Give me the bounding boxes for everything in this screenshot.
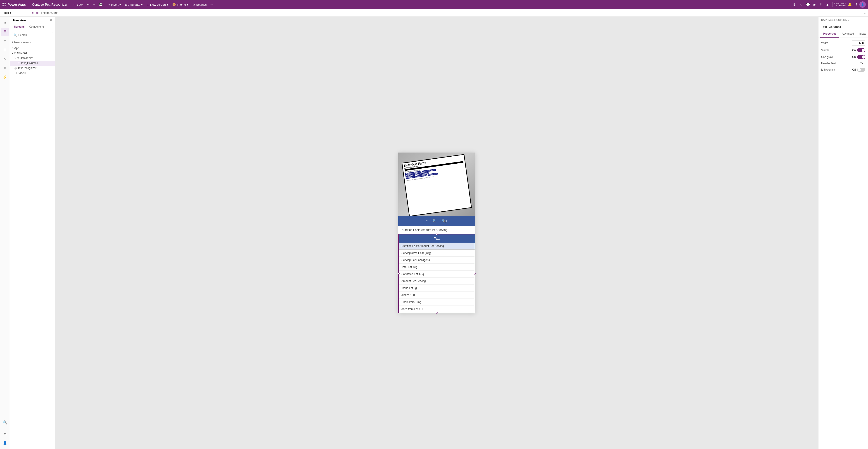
label1-icon: ☐ xyxy=(14,71,17,75)
tab-screens[interactable]: Screens xyxy=(12,24,27,30)
tree-item-datatable1[interactable]: ▾ ⊞ DataTable1 xyxy=(10,56,55,61)
search-sidebar-button[interactable]: 🔍 xyxy=(1,418,9,426)
app-title: Power Apps xyxy=(8,3,26,6)
visible-on-label: On xyxy=(852,49,856,52)
new-screen-button[interactable]: ◻ New screen ▾ xyxy=(145,2,170,7)
left-panel: Tree view ✕ Screens Components 🔍 + New s… xyxy=(10,17,55,449)
table-row[interactable]: Serving size: 1 bar (40g) xyxy=(399,250,475,257)
monitor-icon-button[interactable]: 🖥 xyxy=(792,2,798,7)
formula-bar: Text ▾ = fx ThisItem.Text ⌄ xyxy=(0,9,868,17)
table-body: Serving size: 1 bar (40g) Serving Per Pa… xyxy=(399,250,475,313)
table-row[interactable]: Cholesterol 0mg xyxy=(399,299,475,306)
redo-button[interactable]: ↪ xyxy=(91,2,97,7)
table-row[interactable]: alories 190 xyxy=(399,292,475,299)
chevron-down-icon: ▾ xyxy=(10,11,11,14)
sidebar-icons: ⌂ ☰ + ⊞ ▷ ❖ ⚡ 🔍 ⚙ 👤 xyxy=(0,17,10,449)
tree-item-textcolumn1[interactable]: T Text_Column1 ··· xyxy=(10,61,55,66)
tree-item-textrecognizer1[interactable]: ◎ TextRecognizer1 xyxy=(10,66,55,70)
zoom-out-icon[interactable]: 🔍- xyxy=(432,219,437,223)
screen1-icon: ◻ xyxy=(14,52,16,55)
data-table-container[interactable]: Text Nutrition Facts Amount Per Serving … xyxy=(398,234,475,313)
formula-fx-icon: fx xyxy=(36,11,38,14)
width-property: Width xyxy=(821,40,865,46)
table-row[interactable]: Trans Fat 0g xyxy=(399,285,475,292)
header-text-property: Header Text Text xyxy=(821,62,865,65)
datatable1-icon: ⊞ xyxy=(17,57,19,60)
formula-expand-icon[interactable]: ⌄ xyxy=(864,11,866,14)
tree-content: □ App ▾ ◻ Screen1 ▾ ⊞ DataTable1 T Text_… xyxy=(10,45,55,449)
insert-button[interactable]: + Insert ▾ xyxy=(107,2,123,7)
table-row[interactable]: Amount Per Serving xyxy=(399,278,475,285)
can-grow-on-label: On xyxy=(852,55,856,59)
add-data-button[interactable]: ⊞ Add data ▾ xyxy=(123,2,145,7)
is-hyperlink-toggle[interactable] xyxy=(857,68,865,72)
theme-button[interactable]: 🎨 Theme ▾ xyxy=(170,2,190,7)
insert-sidebar-button[interactable]: + xyxy=(1,37,9,45)
settings-button[interactable]: ⚙ Settings xyxy=(191,2,209,7)
save-button[interactable]: 💾 xyxy=(97,2,104,7)
header-text-value: Text xyxy=(860,62,865,65)
user-avatar[interactable]: 👤 xyxy=(859,1,866,8)
close-tree-button[interactable]: ✕ xyxy=(50,19,52,22)
toggle-thumb xyxy=(862,49,865,52)
tree-item-screen1-label: Screen1 xyxy=(17,52,53,55)
search-input[interactable] xyxy=(12,32,53,38)
svg-rect-3 xyxy=(4,5,6,6)
svg-rect-1 xyxy=(4,3,6,4)
chevron-icon: ▾ xyxy=(29,41,31,44)
home-sidebar-button[interactable]: ⌂ xyxy=(1,19,9,27)
tab-advanced[interactable]: Advanced xyxy=(839,30,857,37)
resize-handle-right[interactable] xyxy=(474,273,475,274)
components-sidebar-button[interactable]: ❖ xyxy=(1,64,9,72)
upload-icon[interactable]: ↑ xyxy=(426,219,428,223)
notification-button[interactable]: 🔔 xyxy=(846,2,853,7)
resize-handle-bottom[interactable] xyxy=(436,312,438,314)
canvas-area: Nutrition Facts Amount Per Serving Servi… xyxy=(55,17,818,449)
undo-button[interactable]: ↩ xyxy=(86,2,91,7)
svg-rect-0 xyxy=(2,3,4,4)
is-hyperlink-off-label: Off xyxy=(852,68,856,71)
comment-icon-button[interactable]: 💬 xyxy=(805,2,811,7)
publish-button[interactable]: ▲ xyxy=(825,2,831,7)
width-input[interactable] xyxy=(852,40,865,46)
tree-item-textrecognizer1-label: TextRecognizer1 xyxy=(18,66,53,70)
data-sidebar-button[interactable]: ⊞ xyxy=(1,46,9,54)
table-row[interactable]: Total Fat 13g xyxy=(399,264,475,271)
app-tree-icon: □ xyxy=(12,47,13,50)
tree-item-screen1[interactable]: ▾ ◻ Screen1 xyxy=(10,51,55,56)
tree-view-sidebar-button[interactable]: ☰ xyxy=(1,28,9,36)
visible-toggle[interactable] xyxy=(857,48,865,52)
settings-sidebar-button[interactable]: ⚙ xyxy=(1,430,9,438)
tree-item-textcolumn1-label: Text_Column1 xyxy=(21,62,50,65)
toggle-thumb-2 xyxy=(862,55,865,59)
tree-view-title: Tree view xyxy=(13,19,26,22)
breadcrumb-chevron-icon: › xyxy=(848,19,849,21)
cursor-icon-button[interactable]: ↖ xyxy=(798,2,804,7)
property-selector[interactable]: Text ▾ xyxy=(2,11,29,15)
can-grow-property: Can grow On xyxy=(821,55,865,59)
media-sidebar-button[interactable]: ▷ xyxy=(1,55,9,63)
zoom-in-icon[interactable]: 🔍+ xyxy=(442,219,447,223)
user-sidebar-button[interactable]: 👤 xyxy=(1,439,9,447)
tree-item-label1[interactable]: ☐ Label1 xyxy=(10,70,55,76)
tree-item-app[interactable]: □ App xyxy=(10,46,55,51)
play-button[interactable]: ▶ xyxy=(812,2,817,7)
tab-properties[interactable]: Properties xyxy=(820,30,839,37)
power-automate-sidebar-button[interactable]: ⚡ xyxy=(1,73,9,81)
new-screen-button-tree[interactable]: + New screen ▾ xyxy=(10,40,55,45)
table-row[interactable]: Saturated Fat 1.5g xyxy=(399,271,475,278)
help-button[interactable]: ? xyxy=(854,2,859,7)
resize-handle-top[interactable] xyxy=(436,234,438,235)
tab-components[interactable]: Components xyxy=(27,24,47,30)
formula-input[interactable]: ThisItem.Text xyxy=(40,11,862,15)
tab-ideas[interactable]: Ideas xyxy=(857,30,868,37)
table-row[interactable]: Serving Per Package: 4 xyxy=(399,257,475,264)
powerapps-icon xyxy=(2,2,6,6)
more-options-button[interactable]: ··· xyxy=(209,2,214,7)
app-frame: Nutrition Facts Amount Per Serving Servi… xyxy=(398,153,475,313)
resize-handle-left[interactable] xyxy=(398,273,400,274)
save-icon-button[interactable]: ⬇ xyxy=(818,2,824,7)
can-grow-toggle[interactable] xyxy=(857,55,865,59)
back-button[interactable]: ← Back xyxy=(71,2,85,7)
table-first-row[interactable]: Nutrition Facts Amount Per Serving xyxy=(399,243,475,250)
